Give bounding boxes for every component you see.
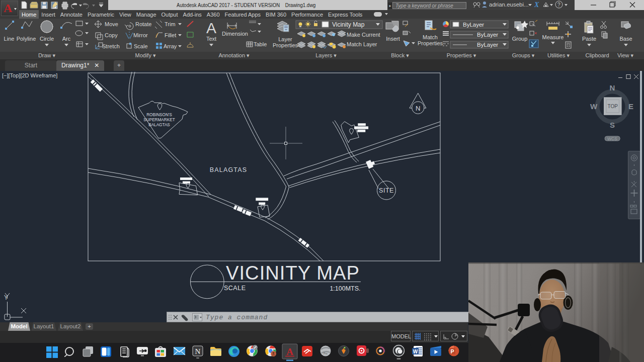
svg-text:ByLayer: ByLayer: [477, 42, 498, 48]
svg-text:S: S: [610, 121, 615, 129]
svg-text:adrian.eusebi...: adrian.eusebi...: [489, 2, 529, 8]
svg-text:Match Layer: Match Layer: [347, 41, 377, 47]
svg-text:Properties: Properties: [273, 42, 298, 48]
svg-text:ByLayer: ByLayer: [463, 22, 484, 28]
svg-text:W: W: [590, 102, 598, 111]
svg-text:Array: Array: [164, 43, 177, 49]
svg-text:Pro: Pro: [324, 352, 328, 355]
svg-text:SUPERMARKET: SUPERMARKET: [143, 118, 175, 122]
svg-text:Move: Move: [105, 21, 118, 27]
svg-text:X: X: [534, 1, 539, 9]
svg-text:Line: Line: [4, 36, 15, 42]
svg-text:Match: Match: [423, 34, 438, 40]
svg-text:Stretch: Stretch: [102, 43, 120, 49]
svg-text:TOP: TOP: [608, 104, 618, 109]
svg-text:1:100MTS.: 1:100MTS.: [330, 285, 360, 292]
svg-text:BALAGTAS: BALAGTAS: [148, 123, 170, 127]
svg-text:Group: Group: [512, 36, 528, 42]
svg-text:A: A: [206, 20, 216, 36]
svg-text:Measure: Measure: [542, 34, 564, 40]
svg-text:Scale: Scale: [134, 43, 148, 49]
svg-text:Layer: Layer: [278, 36, 292, 42]
svg-text:Arc: Arc: [62, 36, 71, 42]
svg-text:WCS: WCS: [607, 136, 617, 141]
svg-text:A: A: [4, 2, 13, 15]
svg-text:N: N: [195, 347, 201, 355]
svg-text:Dimension: Dimension: [222, 31, 248, 37]
svg-text:E: E: [628, 102, 633, 111]
svg-text:Insert: Insert: [386, 36, 400, 42]
svg-text:Trim: Trim: [165, 21, 176, 27]
svg-text:Paste: Paste: [582, 36, 596, 42]
svg-text:N: N: [416, 105, 420, 112]
svg-text:Rotate: Rotate: [135, 21, 151, 27]
svg-text:Mirror: Mirror: [133, 32, 148, 38]
svg-text:SITE: SITE: [379, 187, 394, 194]
svg-text:Text: Text: [206, 36, 216, 42]
svg-text:Y: Y: [4, 294, 8, 301]
svg-text:N: N: [610, 83, 615, 92]
svg-text:ROBINSON'S: ROBINSON'S: [146, 113, 172, 117]
svg-text:ByLayer: ByLayer: [477, 32, 498, 38]
svg-text:Fillet: Fillet: [165, 32, 176, 38]
svg-text:Polyline: Polyline: [17, 36, 36, 42]
svg-text:W: W: [413, 349, 418, 354]
svg-text:Make Current: Make Current: [347, 32, 380, 38]
svg-text:Vicinity Map: Vicinity Map: [332, 21, 365, 28]
svg-text:P: P: [450, 348, 454, 354]
svg-text:Circle: Circle: [40, 36, 54, 42]
svg-text:Copy: Copy: [105, 32, 118, 38]
svg-text:SCALE: SCALE: [224, 285, 246, 292]
svg-text:VICINITY MAP: VICINITY MAP: [226, 262, 360, 284]
svg-text:Table: Table: [254, 41, 267, 47]
svg-text:?: ?: [557, 2, 560, 8]
svg-text:Base: Base: [619, 36, 632, 42]
svg-text:A: A: [286, 346, 293, 357]
svg-text:BALAGTAS: BALAGTAS: [210, 166, 248, 173]
svg-text:Properties: Properties: [418, 40, 443, 46]
